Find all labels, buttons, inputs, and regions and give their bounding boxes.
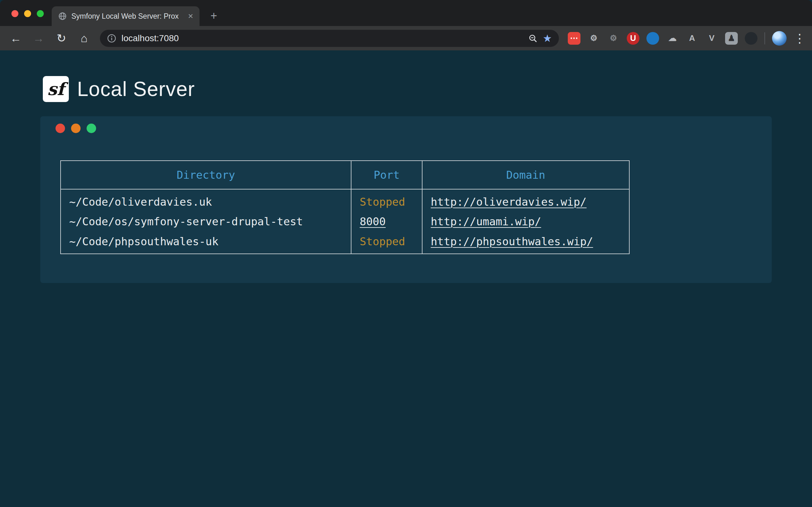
directory-cell: ~/Code/oliverdavies.uk	[61, 189, 351, 211]
browser-toolbar: ← → ↻ ⌂ localhost:7080 ★ ⋯⚙⚙U☁AV♟ ⋮	[0, 26, 812, 50]
extension-v-badge[interactable]: V	[705, 32, 718, 45]
panel-dot-green	[87, 124, 96, 133]
globe-favicon-icon	[58, 12, 67, 20]
table-row: ~/Code/os/symfony-server-drupal-test 800…	[61, 211, 629, 232]
window-controls	[11, 10, 44, 17]
extension-red-dots[interactable]: ⋯	[568, 32, 580, 45]
table-row: ~/Code/phpsouthwales-uk Stopped http://p…	[61, 232, 629, 254]
zoom-indicator-icon[interactable]	[528, 34, 538, 43]
domain-link[interactable]: http://phpsouthwales.wip/	[431, 235, 593, 248]
column-header-domain: Domain	[422, 161, 629, 189]
column-header-directory: Directory	[61, 161, 351, 189]
domain-link[interactable]: http://oliverdavies.wip/	[431, 195, 587, 208]
toolbar-right-cluster: ⋯⚙⚙U☁AV♟ ⋮	[568, 31, 803, 46]
directory-cell: ~/Code/os/symfony-server-drupal-test	[61, 211, 351, 232]
tab-title: Symfony Local Web Server: Prox	[71, 12, 184, 20]
page-title: Local Server	[77, 77, 195, 101]
browser-window: Symfony Local Web Server: Prox × + ← → ↻…	[0, 0, 812, 507]
extensions-bar: ⋯⚙⚙U☁AV♟	[568, 32, 757, 45]
page-info-icon[interactable]	[107, 34, 116, 43]
server-panel: Directory Port Domain ~/Code/oliverdavie…	[40, 116, 772, 283]
symfony-logo: sf	[43, 76, 69, 102]
extension-cog-dark[interactable]: ⚙	[607, 32, 620, 45]
extension-gear[interactable]: ⚙	[588, 32, 600, 45]
column-header-port: Port	[351, 161, 422, 189]
table-header-row: Directory Port Domain	[61, 161, 629, 189]
servers-table: Directory Port Domain ~/Code/oliverdavie…	[60, 160, 629, 254]
url-text[interactable]: localhost:7080	[121, 33, 523, 43]
browser-tab[interactable]: Symfony Local Web Server: Prox ×	[52, 6, 200, 26]
tab-strip: Symfony Local Web Server: Prox × +	[0, 0, 812, 26]
table-row: ~/Code/oliverdavies.uk Stopped http://ol…	[61, 189, 629, 211]
extension-a-badge[interactable]: A	[686, 32, 699, 45]
toolbar-separator	[764, 32, 765, 44]
tab-close-icon[interactable]: ×	[188, 12, 193, 20]
bookmark-star-icon[interactable]: ★	[543, 33, 552, 43]
brand-header: sf Local Server	[43, 76, 812, 102]
extension-cloud[interactable]: ☁	[666, 32, 679, 45]
directory-cell: ~/Code/phpsouthwales-uk	[61, 232, 351, 254]
port-status-cell: Stopped	[351, 189, 422, 211]
address-bar[interactable]: localhost:7080 ★	[100, 30, 559, 47]
extension-github[interactable]	[745, 32, 757, 45]
extension-blue-circle[interactable]	[647, 32, 659, 45]
window-zoom-button[interactable]	[37, 10, 44, 17]
profile-avatar[interactable]	[772, 31, 786, 46]
panel-dot-orange	[71, 124, 81, 133]
window-close-button[interactable]	[11, 10, 18, 17]
window-minimize-button[interactable]	[24, 10, 31, 17]
port-link[interactable]: 8000	[360, 215, 386, 228]
terminal-dots	[55, 124, 96, 133]
page-content: sf Local Server Directory Port Domain	[0, 50, 812, 283]
port-status-cell: Stopped	[351, 232, 422, 254]
extension-ublock[interactable]: U	[627, 32, 640, 45]
back-icon[interactable]: ←	[9, 32, 23, 45]
panel-dot-red	[55, 124, 65, 133]
forward-icon[interactable]: →	[32, 32, 46, 45]
extension-pawn-tile[interactable]: ♟	[725, 32, 738, 45]
home-icon[interactable]: ⌂	[77, 32, 91, 45]
reload-icon[interactable]: ↻	[55, 32, 68, 45]
domain-link[interactable]: http://umami.wip/	[431, 215, 541, 228]
browser-menu-icon[interactable]: ⋮	[794, 32, 803, 45]
new-tab-button[interactable]: +	[207, 9, 221, 23]
